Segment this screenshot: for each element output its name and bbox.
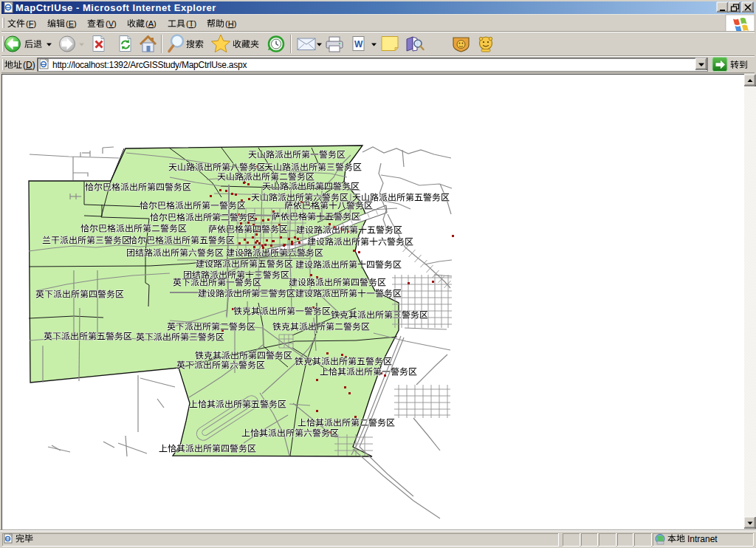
svg-text:Intranet: Intranet — [687, 534, 718, 544]
svg-text:(E): (E) — [66, 19, 77, 28]
svg-text:(T): (T) — [186, 19, 196, 28]
svg-text:(H): (H) — [225, 19, 236, 28]
svg-text:http://localhost:1392/ArcGISSt: http://localhost:1392/ArcGISStudy/MapCtr… — [52, 60, 247, 70]
svg-text:W: W — [354, 39, 363, 49]
svg-text:(F): (F) — [26, 19, 36, 28]
svg-text:MapCtrlUse - Microsoft Interne: MapCtrlUse - Microsoft Internet Explorer — [16, 2, 216, 13]
svg-text:(A): (A) — [145, 19, 157, 28]
svg-text:(D): (D) — [23, 60, 35, 70]
svg-text:(V): (V) — [106, 19, 117, 28]
